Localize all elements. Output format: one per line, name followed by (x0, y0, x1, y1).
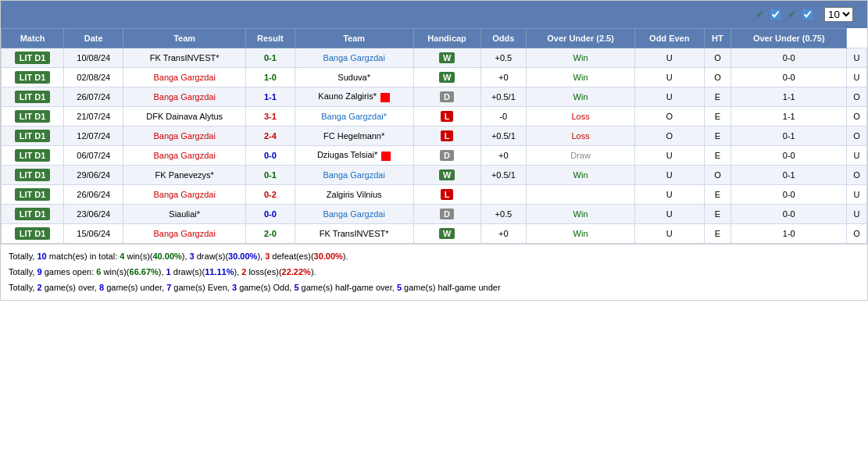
cell-team2[interactable]: Suduva* (295, 68, 413, 87)
cell-odd-even: O (704, 166, 731, 185)
cell-wdl: D (413, 146, 480, 166)
cell-wdl: L (413, 107, 480, 127)
cell-match: LIT D1 (2, 185, 64, 205)
result-link[interactable]: 0-0 (264, 151, 277, 160)
result-link[interactable]: 0-1 (264, 170, 277, 180)
check-icon: ✓ (755, 9, 764, 20)
result-link[interactable]: 1-0 (264, 73, 277, 82)
result-link[interactable]: 1-1 (264, 92, 277, 102)
lit-cup-checkbox-label[interactable] (802, 9, 815, 20)
under-count: 8 (99, 283, 104, 292)
open-draws: 1 (166, 267, 171, 276)
wins-pct: 40.00% (152, 251, 181, 261)
cell-date: 15/06/24 (64, 224, 123, 244)
cell-wdl: L (413, 127, 480, 146)
lit-cup-checkbox[interactable] (802, 9, 813, 20)
cell-handicap: +0.5/1 (480, 166, 527, 185)
cell-team1[interactable]: Banga Gargzdai (123, 185, 246, 205)
cell-team1[interactable]: DFK Dainava Alytus (123, 107, 246, 127)
cell-handicap: +0 (480, 68, 527, 87)
cell-team1[interactable]: Banga Gargzdai (123, 224, 246, 244)
cell-team2[interactable]: Banga Gargzdai (295, 48, 413, 68)
cell-result[interactable]: 1-1 (246, 87, 295, 107)
cell-result[interactable]: 1-0 (246, 68, 295, 87)
footer-line3: Totally, 2 game(s) over, 8 game(s) under… (9, 280, 859, 296)
games-select[interactable]: 51015203050 (824, 7, 853, 22)
cell-result[interactable]: 3-1 (246, 107, 295, 127)
result-link[interactable]: 0-2 (264, 190, 277, 199)
cell-odds: Win (527, 87, 635, 107)
cell-date: 21/07/24 (64, 107, 123, 127)
cell-result[interactable]: 0-2 (246, 185, 295, 205)
red-card-icon (381, 152, 391, 161)
cell-team2[interactable]: Dziugas Telsiai* (295, 146, 413, 166)
cell-result[interactable]: 0-0 (246, 205, 295, 224)
cell-team2[interactable]: Zalgiris Vilnius (295, 185, 413, 205)
cell-odds: Loss (527, 107, 635, 127)
col-date: Date (64, 29, 123, 48)
cell-wdl: W (413, 166, 480, 185)
cell-handicap: +0 (480, 224, 527, 244)
wdl-badge: W (439, 52, 455, 63)
col-over-under-25: Over Under (2.5) (527, 29, 635, 48)
table-row: LIT D123/06/24Siauliai*0-0Banga Gargzdai… (2, 205, 867, 224)
cell-over-under-075: O (847, 224, 867, 244)
cell-match: LIT D1 (2, 107, 64, 127)
cell-ht: 0-1 (731, 127, 847, 146)
cell-team2[interactable]: Kauno Zalgiris* (295, 87, 413, 107)
cell-over-under-075: U (847, 205, 867, 224)
wdl-badge: D (440, 91, 454, 102)
result-link[interactable]: 0-1 (264, 53, 277, 62)
table-row: LIT D121/07/24DFK Dainava Alytus3-1Banga… (2, 107, 867, 127)
cell-team1[interactable]: Siauliai* (123, 205, 246, 224)
cell-team1[interactable]: FK Panevezys* (123, 166, 246, 185)
col-handicap: Handicap (413, 29, 480, 48)
cell-result[interactable]: 2-0 (246, 224, 295, 244)
result-link[interactable]: 2-4 (264, 131, 277, 141)
cell-team2[interactable]: Banga Gargzdai (295, 166, 413, 185)
lit-d1-checkbox[interactable] (770, 9, 780, 20)
cell-match: LIT D1 (2, 87, 64, 107)
result-link[interactable]: 0-0 (264, 209, 277, 219)
cell-odds: Win (527, 224, 635, 244)
even-count: 7 (166, 283, 171, 292)
cell-team2[interactable]: Banga Gargzdai* (295, 107, 413, 127)
result-link[interactable]: 2-0 (264, 229, 277, 238)
cell-match: LIT D1 (2, 205, 64, 224)
col-team2: Team (295, 29, 413, 48)
table-body: LIT D110/08/24FK TransINVEST*0-1Banga Ga… (2, 48, 867, 244)
cell-date: 23/06/24 (64, 205, 123, 224)
cell-result[interactable]: 0-0 (246, 146, 295, 166)
cell-ht: 1-1 (731, 87, 847, 107)
cell-handicap: +0.5/1 (480, 127, 527, 146)
cell-result[interactable]: 0-1 (246, 166, 295, 185)
cell-team2[interactable]: FC Hegelmann* (295, 127, 413, 146)
cell-team2[interactable]: FK TransINVEST* (295, 224, 413, 244)
cell-date: 12/07/24 (64, 127, 123, 146)
draws-pct: 30.00% (228, 251, 257, 261)
match-badge: LIT D1 (15, 130, 51, 142)
match-badge: LIT D1 (15, 208, 51, 220)
col-team1: Team (123, 29, 246, 48)
cell-ht: 0-0 (731, 205, 847, 224)
red-card-icon (380, 93, 390, 102)
cell-team1[interactable]: Banga Gargzdai (123, 68, 246, 87)
cell-team1[interactable]: Banga Gargzdai (123, 146, 246, 166)
cell-result[interactable]: 2-4 (246, 127, 295, 146)
lit-d1-checkbox-label[interactable] (770, 9, 783, 20)
wdl-badge: W (439, 228, 455, 239)
cell-team1[interactable]: Banga Gargzdai (123, 87, 246, 107)
cell-result[interactable]: 0-1 (246, 48, 295, 68)
scores-table: Match Date Team Result Team Handicap Odd… (1, 28, 867, 244)
result-link[interactable]: 3-1 (264, 112, 277, 121)
hgunder-count: 5 (397, 283, 402, 292)
match-badge: LIT D1 (15, 169, 51, 181)
col-odds: Odds (480, 29, 527, 48)
cell-team2[interactable]: Banga Gargzdai (295, 205, 413, 224)
cell-over-under-25: U (634, 166, 704, 185)
cell-team1[interactable]: FK TransINVEST* (123, 48, 246, 68)
cell-wdl: W (413, 224, 480, 244)
cell-odd-even: E (704, 185, 731, 205)
cell-match: LIT D1 (2, 48, 64, 68)
cell-team1[interactable]: Banga Gargzdai (123, 127, 246, 146)
